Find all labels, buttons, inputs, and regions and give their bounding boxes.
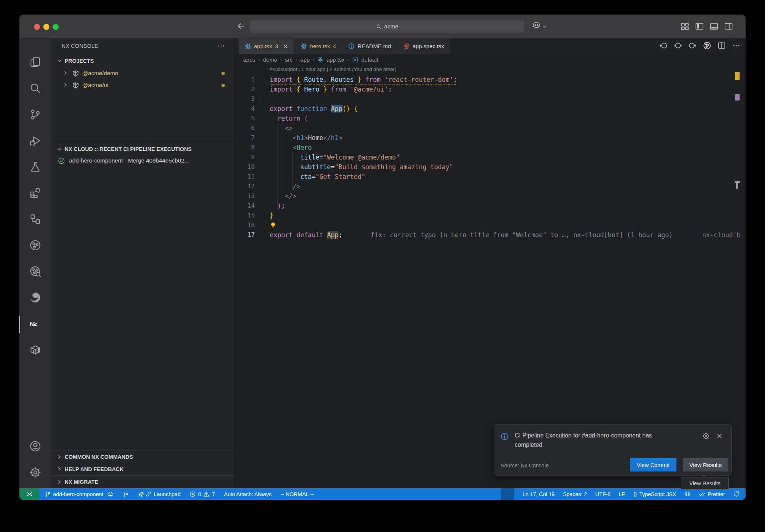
line-number[interactable]: 1: [234, 75, 255, 84]
code-line-5[interactable]: return (: [270, 114, 731, 123]
toggle-panel-icon[interactable]: [710, 22, 718, 32]
notification-settings-icon[interactable]: [702, 432, 710, 440]
pipeline-execution-item[interactable]: add-hero-component - Merge 409b44e5cb02.…: [51, 155, 234, 167]
problems-item[interactable]: 0 7: [189, 491, 215, 497]
project-item-acme-ui[interactable]: @acme/ui: [51, 79, 234, 91]
line-number[interactable]: 16: [234, 220, 255, 230]
line-number[interactable]: 3: [234, 94, 255, 104]
customize-layout-icon[interactable]: [681, 22, 689, 32]
line-numbers-gutter[interactable]: 1234567891011121314151617: [234, 75, 255, 240]
lightbulb-icon[interactable]: [270, 222, 276, 228]
close-icon[interactable]: [282, 43, 288, 49]
nav-circle-icon[interactable]: [674, 41, 682, 51]
maximize-window-button[interactable]: [53, 24, 59, 30]
activity-item-testing[interactable]: [19, 154, 51, 180]
toggle-secondary-sidebar-icon[interactable]: [724, 22, 733, 32]
code-line-3[interactable]: [270, 94, 731, 104]
view-results-button[interactable]: View Results: [683, 458, 728, 471]
close-window-button[interactable]: [34, 24, 40, 30]
code-line-7[interactable]: <h1>Home</h1>: [270, 133, 731, 143]
nx-graph-icon[interactable]: [703, 41, 711, 51]
split-editor-icon[interactable]: [718, 41, 726, 51]
notifications-bell-item[interactable]: [733, 491, 740, 497]
branch-indicator[interactable]: add-hero-component: [44, 491, 114, 497]
line-number[interactable]: 12: [234, 182, 255, 191]
close-icon[interactable]: [716, 432, 723, 440]
chevron-right-icon[interactable]: [62, 82, 68, 88]
code-line-9[interactable]: title="Welcome @acme/demo": [270, 152, 731, 162]
breadcrumb-item[interactable]: apps: [243, 56, 255, 63]
project-item-acme-demo[interactable]: @acme/demo: [51, 67, 234, 79]
line-number[interactable]: 2: [234, 84, 255, 94]
code-line-10[interactable]: subtitle="Build something amazing today": [270, 162, 731, 172]
line-number[interactable]: 7: [234, 133, 255, 143]
language-mode-item[interactable]: {} TypeScript JSX: [633, 491, 676, 497]
tab-app-spec-tsx[interactable]: app.spec.tsx: [397, 38, 450, 54]
more-actions-icon[interactable]: [217, 42, 225, 50]
navigate-back-icon[interactable]: [236, 21, 247, 32]
tab-app-tsx[interactable]: app.tsx 3: [239, 38, 294, 54]
eol-item[interactable]: LF: [619, 491, 625, 497]
line-number[interactable]: 4: [234, 104, 255, 114]
cursor-position-item[interactable]: Ln 17, Col 19: [523, 491, 555, 497]
line-number[interactable]: 15: [234, 211, 255, 220]
tab-hero-tsx[interactable]: hero.tsx 4: [295, 38, 342, 54]
go-back-icon[interactable]: [659, 41, 668, 51]
toggle-sidebar-icon[interactable]: [695, 22, 704, 32]
tab-readme-md[interactable]: README.md: [342, 38, 397, 54]
line-number[interactable]: 9: [234, 152, 255, 162]
formatter-item[interactable]: Prettier: [699, 491, 725, 497]
remote-indicator[interactable]: [19, 488, 39, 500]
code-line-4[interactable]: export function App() {: [270, 104, 731, 114]
line-number[interactable]: 5: [234, 114, 255, 123]
activity-item-edge-browser[interactable]: [19, 285, 51, 311]
zoom-out-item[interactable]: [501, 488, 514, 500]
activity-item-explorer[interactable]: [19, 50, 51, 76]
activity-item-nx-graph-search[interactable]: [19, 259, 51, 285]
auto-attach-item[interactable]: Auto Attach: Always: [224, 491, 272, 497]
view-commit-button[interactable]: View Commit: [630, 458, 676, 471]
section-nx-migrate[interactable]: NX MIGRATE: [51, 475, 234, 488]
activity-item-references[interactable]: [19, 207, 51, 233]
activity-item-run-debug[interactable]: [19, 128, 51, 154]
line-number[interactable]: 13: [234, 191, 255, 201]
activity-item-nx-project-graph[interactable]: [19, 233, 51, 259]
command-center-search[interactable]: acme: [250, 21, 524, 33]
launchpad-item[interactable]: Launchpad: [138, 491, 181, 497]
line-number[interactable]: 11: [234, 172, 255, 182]
copilot-status-item[interactable]: [684, 491, 691, 497]
breadcrumb-item[interactable]: src: [285, 56, 292, 63]
section-help-and-feedback[interactable]: HELP AND FEEDBACK: [51, 463, 234, 475]
activity-item-settings[interactable]: [19, 460, 51, 486]
line-number[interactable]: 17: [234, 230, 255, 240]
chevron-right-icon[interactable]: [62, 70, 68, 76]
activity-item-source-control[interactable]: [19, 102, 51, 128]
nx-cloud-section-header[interactable]: NX CLOUD :: RECENT CI PIPELINE EXECUTION…: [51, 143, 234, 155]
code-lines[interactable]: import { Route, Routes } from 'react-rou…: [270, 75, 731, 240]
git-graph-item[interactable]: [123, 491, 129, 497]
code-line-6[interactable]: <>: [270, 123, 731, 133]
code-line-17[interactable]: export default App;fix: correct typo in …: [270, 230, 731, 240]
activity-item-account[interactable]: [19, 434, 51, 460]
code-line-2[interactable]: import { Hero } from '@acme/ui';: [270, 84, 731, 94]
breadcrumb-item[interactable]: app.tsx: [326, 56, 344, 63]
code-line-16[interactable]: [270, 220, 731, 230]
git-codelens[interactable]: nx-cloud[bot], 1 hour ago | 2 authors (Y…: [270, 66, 396, 72]
breadcrumb-item[interactable]: demo: [263, 56, 278, 63]
breadcrumb-item[interactable]: default: [361, 56, 378, 63]
line-number[interactable]: 8: [234, 143, 255, 152]
line-number[interactable]: 6: [234, 123, 255, 133]
activity-item-search[interactable]: [19, 76, 51, 102]
activity-item-nx-console[interactable]: N≥: [19, 311, 51, 337]
code-line-12[interactable]: />: [270, 182, 731, 191]
indentation-item[interactable]: Spaces: 2: [563, 491, 587, 497]
line-number[interactable]: 10: [234, 162, 255, 172]
code-line-8[interactable]: <Hero: [270, 143, 731, 152]
activity-item-containers[interactable]: [19, 337, 51, 364]
projects-section-header[interactable]: PROJECTS: [51, 55, 234, 66]
activity-item-extensions[interactable]: [19, 180, 51, 207]
code-line-11[interactable]: cta="Get Started": [270, 172, 731, 182]
code-line-15[interactable]: }: [270, 211, 731, 220]
encoding-item[interactable]: UTF-8: [595, 491, 610, 497]
more-actions-icon[interactable]: [732, 41, 740, 51]
